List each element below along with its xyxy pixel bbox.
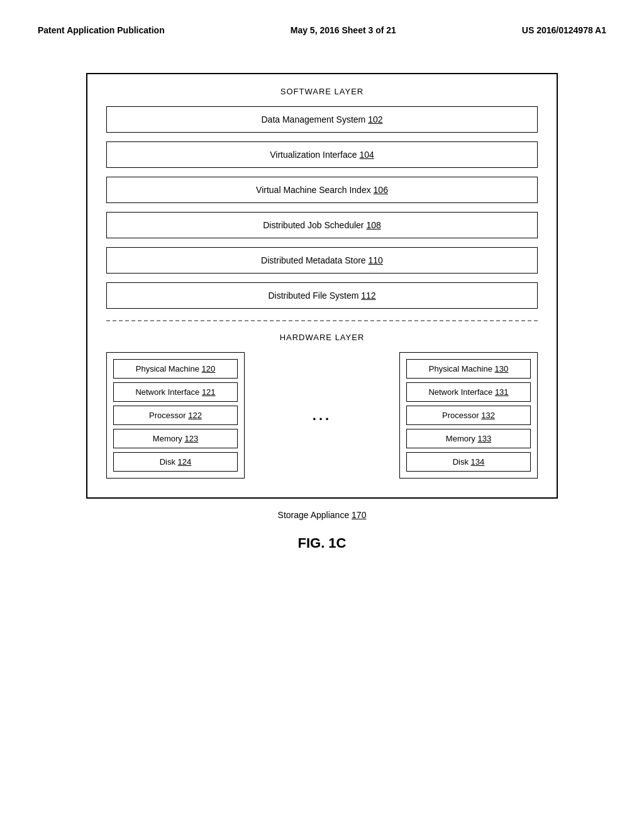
software-box-3: Virtual Machine Search Index 106 xyxy=(106,177,538,203)
software-layer-label: SOFTWARE LAYER xyxy=(106,87,538,96)
page: Patent Application Publication May 5, 20… xyxy=(0,0,644,830)
software-box-5: Distributed Metadata Store 110 xyxy=(106,247,538,274)
machine-pm2-row-2: Network Interface 131 xyxy=(406,382,531,402)
page-header: Patent Application Publication May 5, 20… xyxy=(38,25,606,35)
machine-pm1-row-4: Memory 123 xyxy=(113,429,238,448)
machines-row: Physical Machine 120Network Interface 12… xyxy=(106,352,538,479)
outer-box: SOFTWARE LAYER Data Management System 10… xyxy=(86,73,558,499)
caption-ref: 170 xyxy=(352,510,366,520)
machine-box-1: Physical Machine 120Network Interface 12… xyxy=(106,352,245,479)
machine-pm2-row-1: Physical Machine 130 xyxy=(406,359,531,379)
machine-pm2-row-5: Disk 134 xyxy=(406,452,531,472)
dashed-divider xyxy=(106,320,538,321)
machine-pm1-row-2: Network Interface 121 xyxy=(113,382,238,402)
software-box-2: Virtualization Interface 104 xyxy=(106,141,538,168)
machine-pm2-row-4: Memory 133 xyxy=(406,429,531,448)
diagram-wrapper: SOFTWARE LAYER Data Management System 10… xyxy=(38,73,606,551)
fig-label: FIG. 1C xyxy=(297,535,346,551)
software-boxes: Data Management System 102Virtualization… xyxy=(106,106,538,309)
header-left: Patent Application Publication xyxy=(38,25,165,35)
ellipsis: ... xyxy=(251,407,393,424)
software-box-1: Data Management System 102 xyxy=(106,106,538,133)
machine-box-2: Physical Machine 130Network Interface 13… xyxy=(399,352,538,479)
software-box-4: Distributed Job Scheduler 108 xyxy=(106,212,538,238)
machine-pm1-row-1: Physical Machine 120 xyxy=(113,359,238,379)
caption-text: Storage Appliance xyxy=(278,510,352,520)
machine-pm1-row-3: Processor 122 xyxy=(113,406,238,425)
machine-pm1-row-5: Disk 124 xyxy=(113,452,238,472)
header-right: US 2016/0124978 A1 xyxy=(522,25,606,35)
machine-pm2-row-3: Processor 132 xyxy=(406,406,531,425)
software-box-6: Distributed File System 112 xyxy=(106,282,538,309)
hardware-layer-label: HARDWARE LAYER xyxy=(106,333,538,342)
caption: Storage Appliance 170 xyxy=(278,510,367,520)
header-middle: May 5, 2016 Sheet 3 of 21 xyxy=(291,25,396,35)
